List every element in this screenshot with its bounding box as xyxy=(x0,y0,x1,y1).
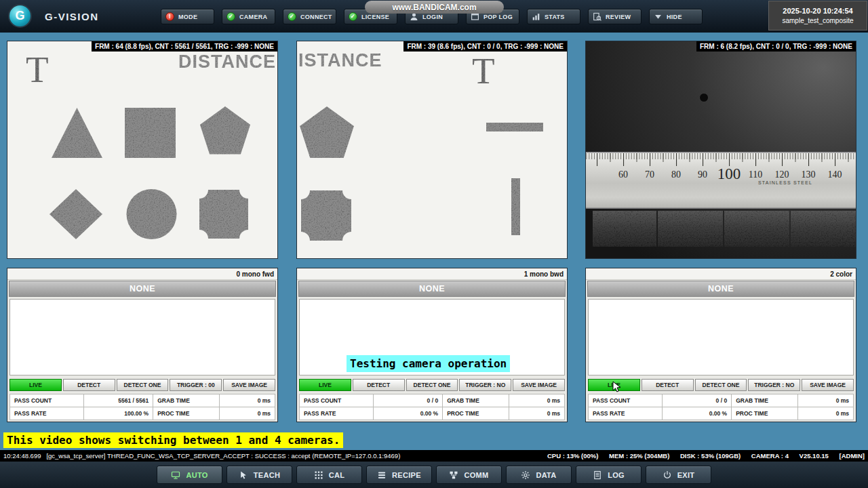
ruler-number: 130 xyxy=(802,169,816,180)
hide-button[interactable]: HIDE xyxy=(649,9,703,24)
auto-monitor-icon xyxy=(171,470,180,480)
stats-table-2: PASS COUNT 0 / 0 GRAB TIME 0 ms PASS RAT… xyxy=(588,394,854,420)
result-panel-1: 1 mono bwd NONE LIVE DETECT DETECT ONE T… xyxy=(296,268,568,422)
save-image-button-0[interactable]: SAVE IMAGE xyxy=(223,379,275,391)
pass-rate-value: 0.00 % xyxy=(374,407,443,420)
logo-letter: G xyxy=(15,9,24,23)
mode-status-icon: ! xyxy=(165,12,174,21)
camera-controls-0: LIVE DETECT DETECT ONE TRIGGER : 00 SAVE… xyxy=(9,379,275,391)
ruler-number: 110 xyxy=(749,169,762,180)
log-label: LOG xyxy=(608,471,625,479)
target-letter-t: T xyxy=(26,49,49,90)
grab-time-label: GRAB TIME xyxy=(732,394,798,407)
square-shape xyxy=(125,108,176,158)
detect-one-button-0[interactable]: DETECT ONE xyxy=(117,379,169,391)
camera-count-stat: CAMERA : 4 xyxy=(751,452,789,460)
user-role-text: [ADMIN] xyxy=(840,452,865,460)
pass-count-value: 0 / 0 xyxy=(663,394,732,407)
detect-button-0[interactable]: DETECT xyxy=(63,379,115,391)
cal-grid-icon xyxy=(314,470,323,480)
annotation-caption: This video shows switching between 1 and… xyxy=(3,432,343,448)
frame-info-1: FRM : 39 (8.6 fps), CNT : 0 / 0, TRG : -… xyxy=(403,41,567,52)
mode-button[interactable]: ! MODE xyxy=(161,9,214,24)
circle-shape xyxy=(127,189,177,239)
camera-image-0: T DISTANCE xyxy=(7,41,277,258)
proc-time-value: 0 ms xyxy=(219,407,275,420)
steel-ruler: 60 70 80 90 100 110 120 130 140 STAINLES… xyxy=(586,152,856,209)
notched-square-shape xyxy=(301,190,351,241)
detect-button-2[interactable]: DETECT xyxy=(642,379,694,391)
target-letter-t: T xyxy=(472,50,495,92)
exit-button[interactable]: EXIT xyxy=(646,466,711,484)
proc-time-label: PROC TIME xyxy=(732,407,798,420)
top-bar: G G-VISION ! MODE ✓ CAMERA ✓ CONNECT ✓ L… xyxy=(0,0,868,33)
proc-time-value: 0 ms xyxy=(509,407,564,420)
save-image-button-2[interactable]: SAVE IMAGE xyxy=(802,379,854,391)
channel-label-1: 1 mono bwd xyxy=(297,268,567,280)
data-label: DATA xyxy=(536,471,556,479)
teach-button[interactable]: TEACH xyxy=(226,466,292,484)
log-button[interactable]: LOG xyxy=(576,466,642,484)
target-word-distance: DISTANCE xyxy=(178,52,276,72)
bandicam-watermark: www.BANDICAM.com xyxy=(365,1,504,14)
result-status-1: NONE xyxy=(298,281,566,297)
datetime-recipe-box: 2025-10-20 10:24:54 sample_test_composit… xyxy=(768,1,867,30)
camera-view-1: ISTANCE T FRM : 39 (8.6 fps), CNT : 0 / … xyxy=(296,41,568,259)
datetime-text: 2025-10-20 10:24:54 xyxy=(783,7,852,15)
detect-one-button-1[interactable]: DETECT ONE xyxy=(406,379,458,391)
pass-count-label: PASS COUNT xyxy=(300,394,374,407)
result-status-2: NONE xyxy=(587,281,854,297)
comm-label: COMM xyxy=(464,471,488,479)
recipe-button[interactable]: RECIPE xyxy=(366,466,432,484)
detect-one-button-2[interactable]: DETECT ONE xyxy=(695,379,747,391)
live-button-0[interactable]: LIVE xyxy=(9,379,62,391)
bar-chart-icon xyxy=(532,12,540,21)
stats-button[interactable]: STATS xyxy=(527,9,580,24)
ruler-brand-text: STAINLESS STEEL xyxy=(758,180,812,185)
live-button-1[interactable]: LIVE xyxy=(299,379,351,391)
comm-network-icon xyxy=(449,470,458,480)
pass-rate-value: 100.00 % xyxy=(84,407,153,420)
result-panel-0: 0 mono fwd NONE LIVE DETECT DETECT ONE T… xyxy=(7,268,278,422)
app-logo: G xyxy=(8,4,32,28)
connect-button[interactable]: ✓ CONNECT xyxy=(283,9,336,24)
power-icon xyxy=(663,470,672,480)
ruler-number: 120 xyxy=(775,169,789,180)
login-label: LOGIN xyxy=(422,14,443,20)
exit-label: EXIT xyxy=(677,471,695,479)
stats-table-1: PASS COUNT 0 / 0 GRAB TIME 0 ms PASS RAT… xyxy=(299,394,565,420)
camera-view-0: T DISTANCE FRM : 64 (8.8 fps), CNT : 556… xyxy=(7,41,278,259)
trigger-button-2[interactable]: TRIGGER : NO xyxy=(748,379,800,391)
trigger-button-1[interactable]: TRIGGER : NO xyxy=(459,379,511,391)
license-ok-icon: ✓ xyxy=(349,12,357,21)
disk-stat: DISK : 53% (109GB) xyxy=(680,452,741,460)
pass-rate-label: PASS RATE xyxy=(10,407,84,420)
detect-button-1[interactable]: DETECT xyxy=(353,379,405,391)
camera-controls-1: LIVE DETECT DETECT ONE TRIGGER : NO SAVE… xyxy=(299,379,565,391)
target-word-istance: ISTANCE xyxy=(298,50,382,70)
save-image-button-1[interactable]: SAVE IMAGE xyxy=(513,379,565,391)
grab-time-value: 0 ms xyxy=(509,394,564,407)
grab-time-label: GRAB TIME xyxy=(443,394,509,407)
comm-button[interactable]: COMM xyxy=(436,466,502,484)
log-message: 10:24:48.699 [gc_wsa_tcp_server] THREAD_… xyxy=(3,452,400,460)
cal-label: CAL xyxy=(329,471,345,479)
pass-count-label: PASS COUNT xyxy=(10,394,84,407)
camera-controls-2: LIVE DETECT DETECT ONE TRIGGER : NO SAVE… xyxy=(588,379,854,391)
review-button[interactable]: REVIEW xyxy=(588,9,642,24)
channel-label-0: 0 mono fwd xyxy=(7,268,277,280)
teach-pointer-icon xyxy=(239,470,248,480)
status-bar: 10:24:48.699 [gc_wsa_tcp_server] THREAD_… xyxy=(0,450,868,462)
ruler-number: 140 xyxy=(828,169,842,180)
cal-button[interactable]: CAL xyxy=(296,466,362,484)
trigger-button-0[interactable]: TRIGGER : 00 xyxy=(170,379,222,391)
frame-info-2: FRM : 6 (8.2 fps), CNT : 0 / 0, TRG : -9… xyxy=(696,41,856,52)
material-strip xyxy=(593,211,856,247)
result-list-2 xyxy=(588,299,854,375)
pass-count-value: 5561 / 5561 xyxy=(84,394,153,407)
data-button[interactable]: DATA xyxy=(506,466,572,484)
recipe-list-icon xyxy=(377,470,387,480)
camera-button[interactable]: ✓ CAMERA xyxy=(222,9,275,24)
camera-view-2: 60 70 80 90 100 110 120 130 140 STAINLES… xyxy=(585,41,856,259)
auto-button[interactable]: AUTO xyxy=(157,466,222,484)
